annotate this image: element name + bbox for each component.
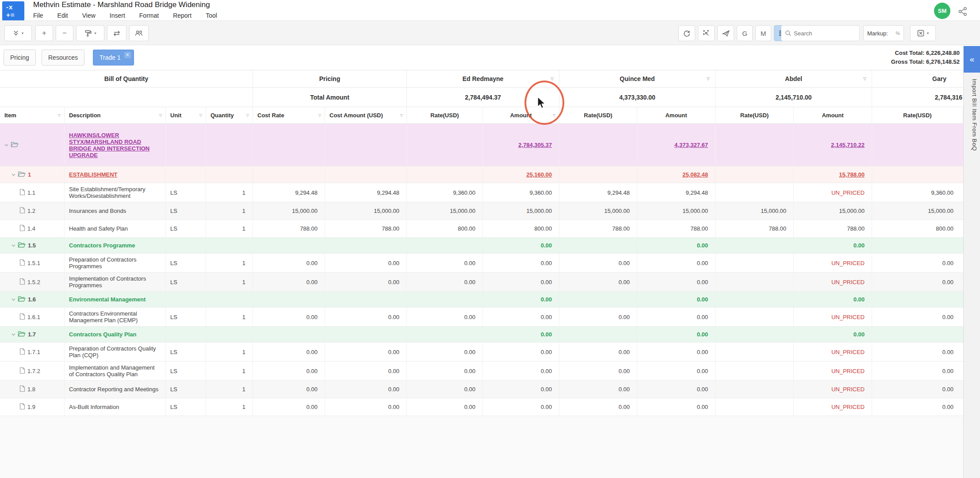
cost-rate-cell[interactable] [253,327,325,342]
ed-amount-cell[interactable]: 9,360.00 [483,183,559,202]
format-painter-button[interactable]: ▾ [76,25,104,41]
filter-chevron-icon[interactable]: ▽ [159,113,162,117]
ed-rate-cell[interactable]: 0.00 [407,308,483,326]
gary-rate-cell[interactable]: 0.00 [872,308,963,326]
quince-rate-cell[interactable]: 788.00 [559,220,637,237]
unit-cell[interactable]: LS [166,308,206,326]
chevron-down-icon[interactable]: ▽ [863,77,866,81]
quantity-cell[interactable] [206,238,253,253]
ed-rate-cell[interactable]: 0.00 [407,254,483,272]
refresh-button[interactable] [678,25,695,41]
filter-chevron-icon[interactable]: ▽ [199,113,202,117]
abdel-amount-cell[interactable]: UN_PRICED [794,183,872,202]
abdel-amount-cell[interactable]: 2,145,710.22 [794,124,872,166]
cost-rate-cell[interactable] [253,238,325,253]
gary-rate-cell[interactable]: 9,360.00 [872,183,963,202]
abdel-amount-cell[interactable]: UN_PRICED [794,381,872,398]
abdel-amount-cell[interactable]: UN_PRICED [794,362,872,380]
cost-rate-cell[interactable]: 15,000.00 [253,202,325,220]
ed-rate-cell[interactable] [407,238,483,253]
quantity-cell[interactable]: 1 [206,254,253,272]
item-cell[interactable]: 1.6.1 [0,308,65,326]
quantity-cell[interactable] [206,124,253,166]
cost-rate-cell[interactable] [253,292,325,307]
description-cell[interactable]: Preparation of Contractors Quality Plan … [65,343,166,361]
tab-trade-1[interactable]: Trade 1 × [93,50,134,66]
ed-amount-cell[interactable]: 15,000.00 [483,202,559,220]
gary-rate-cell[interactable]: 800.00 [872,220,963,237]
m-shortcut-button[interactable]: M [755,25,771,41]
distribute-button[interactable] [698,25,715,41]
quince-amount-cell[interactable]: 0.00 [637,308,716,326]
column-header-amount[interactable]: Amount [794,107,872,123]
quantity-cell[interactable]: 1 [206,398,253,416]
menu-insert[interactable]: Insert [108,11,126,20]
abdel-rate-cell[interactable] [716,362,794,380]
abdel-rate-cell[interactable] [716,398,794,416]
filter-chevron-icon[interactable]: ▽ [553,113,555,117]
quince-rate-cell[interactable] [559,166,637,183]
gary-rate-cell[interactable] [872,292,963,307]
ed-rate-cell[interactable]: 0.00 [407,362,483,380]
description-cell[interactable]: Site Establishment/Temporary Works/Dises… [65,183,166,202]
quince-amount-cell[interactable]: 15,000.00 [637,202,716,220]
item-cell[interactable]: 1.6 [0,292,65,307]
cost-rate-cell[interactable]: 0.00 [253,381,325,398]
column-header-amount[interactable]: Amount [637,107,716,123]
description-cell[interactable]: HAWKINS/LOWER STYX/MARSHLAND ROAD BRIDGE… [65,124,166,166]
quince-rate-cell[interactable]: 0.00 [559,381,637,398]
menu-report[interactable]: Report [172,11,193,20]
ed-rate-cell[interactable] [407,166,483,183]
quantity-cell[interactable]: 1 [206,381,253,398]
ed-amount-cell[interactable]: 0.00 [483,398,559,416]
quince-rate-cell[interactable]: 0.00 [559,273,637,291]
description-cell[interactable]: Contractor Reporting and Meetings [65,381,166,398]
quince-amount-cell[interactable]: 0.00 [637,273,716,291]
abdel-rate-cell[interactable] [716,183,794,202]
unit-cell[interactable]: LS [166,362,206,380]
quantity-cell[interactable]: 1 [206,362,253,380]
add-row-button[interactable]: + [35,25,53,41]
gary-rate-cell[interactable] [872,238,963,253]
column-header-description[interactable]: Description▽ [65,107,166,123]
item-cell[interactable]: 1.9 [0,398,65,416]
abdel-amount-cell[interactable]: UN_PRICED [794,398,872,416]
g-shortcut-button[interactable]: G [737,25,753,41]
item-cell[interactable]: 1.7.1 [0,343,65,361]
cost-rate-cell[interactable] [253,166,325,183]
cost-amount-cell[interactable]: 0.00 [325,254,407,272]
quince-amount-cell[interactable]: 0.00 [637,254,716,272]
swap-columns-button[interactable] [107,25,126,41]
unit-cell[interactable]: LS [166,202,206,220]
cost-rate-cell[interactable]: 0.00 [253,308,325,326]
item-cell[interactable]: 1.7 [0,327,65,342]
filter-chevron-icon[interactable]: ▽ [246,113,249,117]
abdel-amount-cell[interactable]: UN_PRICED [794,273,872,291]
quince-amount-cell[interactable]: 0.00 [637,343,716,361]
description-cell[interactable]: Contractors Environmental Management Pla… [65,308,166,326]
cost-amount-cell[interactable]: 0.00 [325,343,407,361]
send-button[interactable] [717,25,734,41]
unit-cell[interactable]: LS [166,381,206,398]
menu-tool[interactable]: Tool [204,11,218,20]
column-header-rate-usd-[interactable]: Rate(USD) [716,107,794,123]
tab-pricing[interactable]: Pricing [4,50,36,66]
quince-amount-cell[interactable]: 0.00 [637,381,716,398]
abdel-rate-cell[interactable]: 788.00 [716,220,794,237]
ed-amount-cell[interactable]: 0.00 [483,308,559,326]
cost-amount-cell[interactable] [325,166,407,183]
cost-amount-cell[interactable]: 15,000.00 [325,202,407,220]
quince-amount-cell[interactable]: 0.00 [637,238,716,253]
remove-row-button[interactable]: − [56,25,73,41]
quantity-cell[interactable] [206,327,253,342]
close-icon[interactable]: × [124,52,131,58]
unit-cell[interactable]: LS [166,254,206,272]
cost-amount-cell[interactable] [325,124,407,166]
expand-panel-button[interactable]: « [964,46,980,73]
ed-amount-cell[interactable]: 25,160.00 [483,166,559,183]
quince-rate-cell[interactable] [559,292,637,307]
gary-rate-cell[interactable]: 0.00 [872,254,963,272]
quince-rate-cell[interactable] [559,238,637,253]
share-icon[interactable] [957,5,969,18]
ed-rate-cell[interactable]: 0.00 [407,273,483,291]
